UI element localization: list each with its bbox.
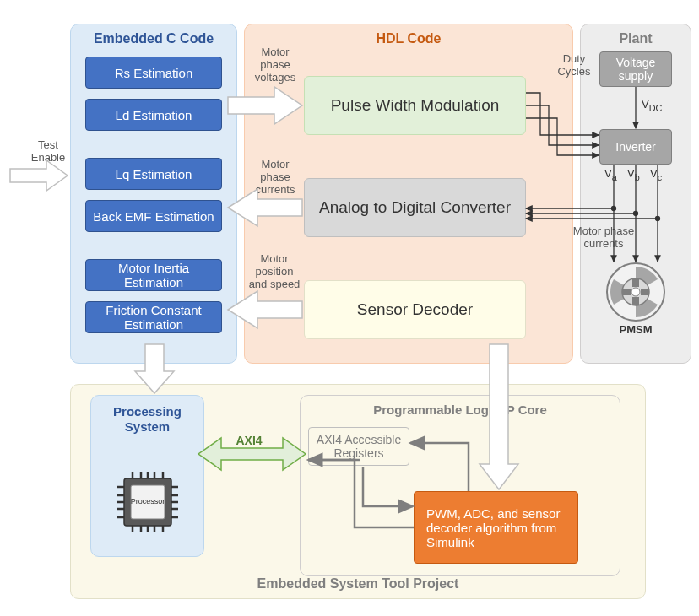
- inverter-block: Inverter: [599, 129, 672, 165]
- motor-phase-currents-label: Motor phase currents: [250, 159, 301, 197]
- rs-estimation-block: Rs Estimation: [85, 57, 222, 89]
- va-label: Va: [604, 168, 617, 182]
- bemf-estimation-block: Back EMF Estimation: [85, 200, 222, 232]
- ip-core-title: Programmable Logic IP Core: [301, 403, 620, 417]
- svg-rect-25: [632, 297, 639, 305]
- axi4-label: AXI4: [232, 434, 266, 447]
- pmsm-label: PMSM: [605, 324, 666, 337]
- svg-rect-27: [641, 289, 649, 295]
- processor-label: Processor: [114, 497, 182, 505]
- inertia-estimation-block: Motor Inertia Estimation: [85, 259, 222, 291]
- svg-point-28: [631, 288, 640, 296]
- lq-estimation-block: Lq Estimation: [85, 158, 222, 190]
- svg-rect-24: [632, 278, 639, 287]
- friction-estimation-block: Friction Constant Estimation: [85, 301, 222, 333]
- test-enable-arrow: [10, 160, 68, 191]
- svg-rect-26: [622, 289, 631, 295]
- hdl-title: HDL Code: [245, 31, 572, 46]
- vc-label: Vc: [650, 168, 662, 182]
- motor-phase-currents-plant-label: Motor phase currents: [566, 225, 642, 251]
- test-enable-label: Test Enable: [27, 139, 69, 165]
- pwm-block: Pulse Width Modulation: [304, 76, 526, 135]
- embedded-c-title: Embedded C Code: [71, 31, 236, 46]
- decoder-block: Sensor Decoder: [304, 280, 526, 339]
- tool-project-title: Embedded System Tool Project: [71, 576, 645, 592]
- vb-label: Vb: [627, 168, 640, 182]
- vdc-label: VDC: [642, 99, 662, 113]
- voltage-supply-block: Voltage supply: [599, 51, 672, 87]
- adc-block: Analog to Digital Converter: [304, 178, 526, 237]
- motor-position-speed-label: Motor position and speed: [245, 253, 304, 291]
- plant-title: Plant: [581, 31, 691, 46]
- duty-cycles-label: Duty Cycles: [555, 53, 593, 78]
- axi4-registers-block: AXI4 Accessible Registers: [308, 427, 409, 466]
- processor-chip-icon: Processor: [114, 468, 182, 536]
- motor-phase-voltages-label: Motor phase voltages: [250, 46, 301, 84]
- simulink-block: PWM, ADC, and sensor decoder algorithm f…: [414, 491, 578, 564]
- pmsm-motor-icon: [605, 262, 666, 322]
- proc-sys-title: Processing System: [91, 404, 203, 435]
- ld-estimation-block: Ld Estimation: [85, 99, 222, 131]
